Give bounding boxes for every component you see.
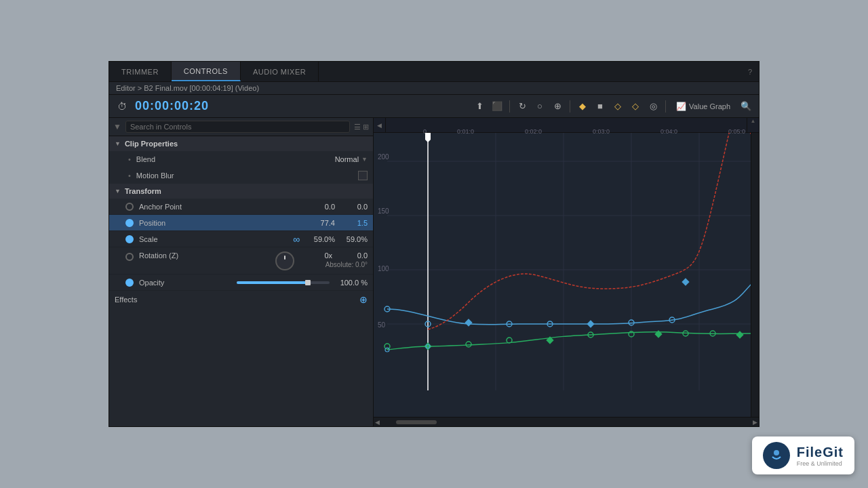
next-key-icon[interactable]: ◇ xyxy=(628,99,643,114)
rotation-row: Rotation (Z) 0x 0.0 Absolute: 0.0° xyxy=(109,247,373,274)
vertical-scrollbar[interactable] xyxy=(751,133,759,417)
add-effect-button[interactable]: ⊕ xyxy=(359,294,368,305)
scroll-right-icon: ▶ xyxy=(753,419,757,426)
anchor-point-row: Anchor Point 0.0 0.0 xyxy=(109,199,373,215)
clip-properties-group: ▼ Clip Properties • Blend Normal ▼ • Mot… xyxy=(109,136,373,184)
tab-audio-mixer[interactable]: AUDIO MIXER xyxy=(241,62,319,81)
position-keyframe[interactable] xyxy=(125,219,134,227)
graph-icon: 📈 xyxy=(676,102,686,111)
stop-icon[interactable]: ■ xyxy=(593,99,608,114)
dropdown-arrow-icon: ▼ xyxy=(361,156,368,163)
search-input[interactable] xyxy=(125,121,350,133)
sep2 xyxy=(570,100,570,113)
motion-blur-checkbox[interactable] xyxy=(358,171,368,180)
svg-rect-30 xyxy=(736,331,743,338)
scroll-left-icon: ◀ xyxy=(375,419,380,426)
timecode-display: 00:00:00:20 xyxy=(135,99,209,113)
transform-group: ▼ Transform Anchor Point 0.0 0.0 Positio… xyxy=(109,184,373,291)
rotation-values: 0x 0.0 Absolute: 0.0° xyxy=(300,251,368,268)
graph-svg xyxy=(374,133,759,417)
hscroll-thumb xyxy=(396,420,437,424)
opacity-thumb xyxy=(305,280,311,285)
timeline-header: ◀ 0 0:01:0 0:02:0 0:03:0 0:04:0 0:05:0 ▲ xyxy=(374,118,759,133)
help-button[interactable]: ? xyxy=(741,62,759,81)
diamond-icon[interactable]: ◆ xyxy=(575,99,590,114)
rotation-keyframe[interactable] xyxy=(125,253,134,261)
tab-bar: TRIMMER CONTROLS AUDIO MIXER ? xyxy=(109,62,759,82)
timecode-icon: ⏱ xyxy=(115,99,130,114)
filegit-sub: Free & Unlimited xyxy=(797,460,844,467)
transform-arrow: ▼ xyxy=(115,188,121,195)
blend-bullet: • xyxy=(128,155,131,163)
opacity-slider[interactable] xyxy=(237,281,329,284)
content-area: ▼ ☰ ⊞ ▼ Clip Properties • Blend Normal xyxy=(109,118,759,426)
motion-blur-bullet: • xyxy=(128,171,131,180)
scroll-up-icon: ▲ xyxy=(747,118,759,124)
effects-row: Effects ⊕ xyxy=(109,291,373,308)
grid-view-icon[interactable]: ⊞ xyxy=(363,123,369,131)
sep1 xyxy=(509,100,510,113)
key-mode-icon[interactable]: ◎ xyxy=(646,99,660,114)
play-icon[interactable]: ○ xyxy=(532,99,547,114)
filegit-icon xyxy=(768,447,785,464)
svg-rect-21 xyxy=(424,342,431,350)
vscroll-up[interactable]: ▲ xyxy=(747,118,759,132)
tab-trimmer[interactable]: TRIMMER xyxy=(109,62,172,81)
breadcrumb: Editor > B2 Final.mov [00:00:04:19] (Vid… xyxy=(109,82,759,95)
scale-row: Scale ∞ 59.0% 59.0% xyxy=(109,231,373,247)
svg-rect-16 xyxy=(587,320,594,327)
graph-area: 200 150 100 50 xyxy=(374,133,759,417)
position-row[interactable]: Position 77.4 1.5 xyxy=(109,215,373,231)
search-bar: ▼ ☰ ⊞ xyxy=(109,118,373,136)
anchor-point-keyframe[interactable] xyxy=(125,203,134,211)
sidebar-toggle[interactable]: ◀ xyxy=(374,118,386,132)
svg-rect-27 xyxy=(654,330,662,338)
horizontal-scrollbar[interactable]: ◀ ▶ xyxy=(374,417,759,426)
forward-icon[interactable]: ⊕ xyxy=(550,99,565,114)
prev-key-icon[interactable]: ◇ xyxy=(610,99,625,114)
toolbar: ⏱ 00:00:00:20 ⬆ ⬛ ↻ ○ ⊕ ◆ ■ ◇ ◇ ◎ 📈 Valu… xyxy=(109,95,759,118)
filegit-text: FileGit Free & Unlimited xyxy=(797,445,844,467)
rotation-absolute: Absolute: 0.0° xyxy=(326,261,368,268)
filegit-logo xyxy=(763,442,790,469)
sep3 xyxy=(665,100,666,113)
motion-blur-row: • Motion Blur xyxy=(109,167,373,184)
right-panel: ◀ 0 0:01:0 0:02:0 0:03:0 0:04:0 0:05:0 ▲ xyxy=(374,118,759,426)
scroll-icon: ◀ xyxy=(377,122,382,129)
tab-controls[interactable]: CONTROLS xyxy=(172,62,241,81)
blend-row: • Blend Normal ▼ xyxy=(109,151,373,167)
snap-icon[interactable]: ⬆ xyxy=(472,99,487,114)
list-view-icon[interactable]: ☰ xyxy=(354,123,361,131)
transform-header[interactable]: ▼ Transform xyxy=(109,184,373,199)
layout-icon[interactable]: ⬛ xyxy=(490,99,505,114)
rotation-dial[interactable] xyxy=(275,251,294,270)
filter-icon: ▼ xyxy=(113,122,121,131)
blend-dropdown[interactable]: Normal ▼ xyxy=(335,155,368,163)
value-graph-button[interactable]: 📈 Value Graph xyxy=(671,100,736,113)
tab-spacer xyxy=(319,62,741,81)
svg-point-23 xyxy=(507,338,512,343)
svg-rect-13 xyxy=(465,319,472,326)
svg-point-33 xyxy=(774,450,779,455)
scale-link-icon: ∞ xyxy=(293,234,300,245)
svg-rect-19 xyxy=(682,278,689,285)
clip-properties-header[interactable]: ▼ Clip Properties xyxy=(109,136,373,151)
svg-point-22 xyxy=(466,342,471,347)
opacity-fill xyxy=(237,281,311,284)
dial-tick xyxy=(284,256,285,260)
collapse-arrow: ▼ xyxy=(115,140,121,147)
opacity-keyframe[interactable] xyxy=(125,279,134,287)
main-window: TRIMMER CONTROLS AUDIO MIXER ? Editor > … xyxy=(108,61,760,427)
loop-icon[interactable]: ↻ xyxy=(515,99,530,114)
scale-keyframe[interactable] xyxy=(125,235,134,243)
opacity-value: 100.0 % xyxy=(340,279,368,287)
filegit-name: FileGit xyxy=(797,445,844,460)
view-toggle: ☰ ⊞ xyxy=(354,123,369,131)
filegit-badge: FileGit Free & Unlimited xyxy=(752,436,854,474)
left-panel: ▼ ☰ ⊞ ▼ Clip Properties • Blend Normal xyxy=(109,118,374,426)
svg-marker-10 xyxy=(425,133,431,142)
search-graph-icon[interactable]: 🔍 xyxy=(738,99,753,114)
opacity-row: Opacity 100.0 % xyxy=(109,274,373,291)
